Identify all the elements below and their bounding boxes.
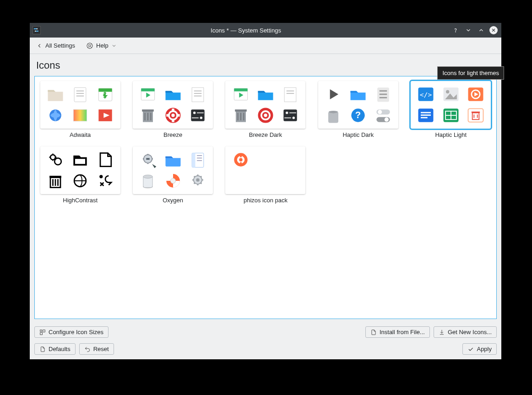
- titlebar: Icons * — System Settings: [30, 23, 501, 38]
- theme-label: Breeze Dark: [249, 131, 282, 138]
- theme-card[interactable]: HighContrast: [39, 146, 121, 204]
- theme-label: phizos icon pack: [244, 197, 288, 204]
- chevron-down-icon: [111, 43, 117, 49]
- svg-point-64: [329, 111, 337, 114]
- theme-card[interactable]: ?Haptic Dark: [317, 81, 399, 138]
- action-row: Configure Icon Sizes Install from File..…: [30, 324, 501, 341]
- lifebuoy-icon: [86, 42, 93, 49]
- theme-card[interactable]: Oxygen: [132, 146, 213, 204]
- svg-rect-103: [147, 158, 150, 160]
- tooltip: Icons for light themes: [437, 66, 504, 80]
- theme-card[interactable]: Breeze Dark: [225, 81, 306, 138]
- document-revert-icon: [39, 346, 46, 352]
- configure-icon-sizes-button[interactable]: Configure Icon Sizes: [34, 326, 109, 338]
- page-title: Icons: [30, 54, 501, 73]
- svg-rect-38: [197, 113, 204, 114]
- svg-rect-82: [421, 117, 428, 119]
- svg-rect-12: [98, 88, 112, 92]
- svg-rect-32: [172, 108, 174, 112]
- svg-point-37: [193, 112, 196, 114]
- svg-point-92: [50, 155, 55, 160]
- theme-card[interactable]: </>Haptic Light: [410, 81, 492, 138]
- svg-rect-120: [240, 156, 242, 157]
- get-new-icons-button[interactable]: Get New Icons...: [434, 326, 497, 338]
- svg-rect-40: [192, 118, 199, 119]
- svg-rect-94: [75, 159, 85, 164]
- theme-thumbnail: </>: [411, 81, 491, 129]
- svg-rect-123: [43, 330, 45, 332]
- svg-point-101: [99, 175, 103, 178]
- theme-label: Breeze: [163, 131, 182, 138]
- theme-label: HighContrast: [63, 197, 98, 204]
- theme-card[interactable]: phizos icon pack: [225, 146, 306, 204]
- svg-point-93: [54, 158, 61, 165]
- svg-point-68: [378, 110, 382, 114]
- svg-rect-33: [172, 119, 174, 122]
- svg-rect-14: [74, 109, 87, 121]
- minimize-button[interactable]: [464, 26, 473, 35]
- svg-rect-44: [284, 87, 296, 102]
- svg-rect-91: [472, 112, 480, 113]
- theme-grid-container: AdwaitaBreezeBreeze Dark?Haptic Dark</>H…: [34, 76, 497, 319]
- svg-rect-3: [35, 31, 36, 32]
- svg-rect-96: [49, 176, 61, 178]
- check-icon: [467, 346, 474, 352]
- theme-card[interactable]: Breeze: [132, 81, 213, 138]
- apply-button[interactable]: Apply: [462, 343, 497, 355]
- svg-point-39: [200, 117, 202, 119]
- svg-point-4: [456, 32, 456, 32]
- defaults-button[interactable]: Defaults: [34, 343, 76, 355]
- svg-rect-21: [192, 87, 204, 102]
- help-label: Help: [96, 42, 109, 49]
- download-icon: [439, 329, 445, 335]
- all-settings-label: All Settings: [45, 42, 75, 49]
- help-button[interactable]: Help: [83, 40, 119, 51]
- theme-thumbnail: [133, 146, 213, 194]
- svg-rect-56: [289, 113, 296, 114]
- svg-rect-80: [421, 112, 431, 114]
- svg-point-116: [196, 179, 199, 182]
- theme-thumbnail: ?: [318, 81, 398, 129]
- svg-point-70: [384, 118, 388, 122]
- window-title: Icons * — System Settings: [41, 27, 451, 34]
- theme-label: Oxygen: [163, 197, 183, 204]
- svg-rect-26: [142, 109, 154, 112]
- svg-point-6: [89, 44, 91, 47]
- reset-button[interactable]: Reset: [79, 343, 114, 355]
- svg-rect-1: [37, 28, 38, 29]
- svg-rect-124: [40, 332, 43, 335]
- svg-point-57: [293, 117, 295, 119]
- theme-card[interactable]: Adwaita: [39, 81, 121, 138]
- svg-point-111: [143, 175, 152, 178]
- bottom-row: Defaults Reset Apply: [30, 341, 501, 359]
- svg-point-114: [170, 179, 175, 184]
- svg-rect-122: [40, 330, 42, 331]
- reset-label: Reset: [93, 346, 109, 352]
- theme-thumbnail: [40, 146, 120, 194]
- theme-grid: AdwaitaBreezeBreeze Dark?Haptic Dark</>H…: [39, 81, 492, 204]
- close-button[interactable]: [489, 26, 498, 34]
- install-from-file-button[interactable]: Install from File...: [365, 326, 430, 338]
- theme-thumbnail: [40, 81, 120, 129]
- help-titlebar-button[interactable]: [451, 26, 460, 35]
- theme-label: Adwaita: [70, 131, 91, 138]
- svg-rect-48: [235, 109, 247, 112]
- maximize-button[interactable]: [477, 26, 486, 35]
- toolbar: All Settings Help: [30, 38, 501, 54]
- settings-window: Icons * — System Settings All Settings: [30, 23, 501, 359]
- svg-rect-42: [234, 88, 247, 91]
- all-settings-button[interactable]: All Settings: [33, 40, 78, 51]
- svg-point-74: [446, 90, 449, 93]
- svg-rect-121: [240, 162, 242, 164]
- configure-label: Configure Icon Sizes: [49, 329, 103, 335]
- svg-rect-54: [284, 109, 297, 121]
- svg-point-31: [170, 113, 175, 118]
- svg-rect-34: [166, 114, 169, 117]
- theme-label: Haptic Light: [435, 131, 467, 138]
- sliders-icon: [39, 329, 46, 335]
- theme-thumbnail: [225, 146, 305, 194]
- theme-label: Haptic Dark: [342, 131, 374, 138]
- app-icon: [33, 26, 41, 34]
- svg-rect-87: [468, 108, 483, 122]
- content-frame: All Settings Help Icons AdwaitaBreezeBre…: [30, 38, 501, 359]
